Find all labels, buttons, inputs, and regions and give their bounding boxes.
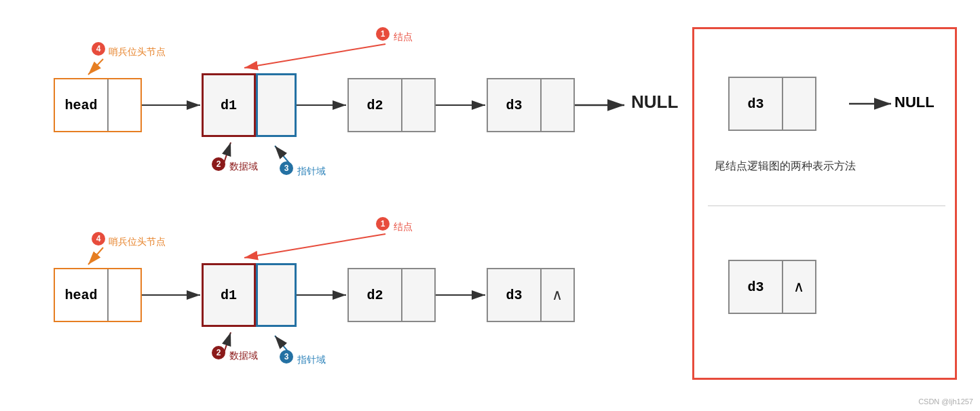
badge-1-row1: 1 — [376, 27, 390, 41]
badge-2-row2: 2 — [212, 346, 225, 359]
tail-box-label: 尾结点逻辑图的两种表示方法 — [715, 158, 856, 174]
diagram-container: head d1 d2 d3 NULL 4 哨兵位头节点 — [0, 0, 980, 411]
svg-line-14 — [88, 248, 103, 265]
badge-3-row1: 3 — [280, 161, 293, 175]
svg-line-9 — [224, 142, 231, 163]
d1-data-cell-row2: d1 — [202, 263, 256, 327]
tail-representation-box: d3 NULL d3 ∧ 尾结点逻辑图的两种表示方法 — [692, 27, 957, 380]
wedge-symbol-row2: ∧ — [552, 286, 563, 304]
d2-data-cell-row2: d2 — [349, 269, 402, 321]
d3-tail-row2: d3 ∧ — [728, 260, 816, 314]
d3-data-cell-row2: d3 — [488, 269, 542, 321]
svg-line-7 — [88, 59, 103, 75]
data-domain-label-row2: 数据域 — [229, 350, 258, 362]
d2-node-row1: d2 — [347, 78, 436, 132]
tail-box-arrows-row1 — [694, 29, 959, 206]
head-ptr-cell-row1 — [109, 79, 140, 131]
svg-line-8 — [244, 44, 385, 68]
head-data-cell-row1: head — [55, 79, 109, 131]
d3-ptr-cell-row1 — [542, 79, 573, 131]
sentinel-label-row1: 哨兵位头节点 — [109, 46, 166, 58]
d2-ptr-cell-row1 — [402, 79, 434, 131]
ptr-domain-label-row2: 指针域 — [297, 354, 326, 366]
svg-line-15 — [244, 234, 385, 258]
d3-node-row1: d3 — [487, 78, 575, 132]
badge-2-row1: 2 — [212, 157, 225, 171]
badge-4-row2: 4 — [92, 232, 105, 246]
ptr-domain-label-row1: 指针域 — [297, 165, 326, 178]
sentinel-label-row2: 哨兵位头节点 — [109, 236, 166, 248]
node1-label-row2: 结点 — [394, 221, 413, 233]
badge-3-row2: 3 — [280, 350, 293, 364]
d3-node-row2: d3 ∧ — [487, 268, 575, 322]
d1-ptr-cell-row2 — [256, 263, 297, 327]
d3-tail-ptr-row2: ∧ — [783, 261, 815, 313]
badge-4-row1: 4 — [92, 42, 105, 56]
d3-ptr-cell-row2: ∧ — [542, 269, 573, 321]
d1-data-cell-row1: d1 — [202, 73, 256, 137]
head-node-row1: head — [54, 78, 142, 132]
head-ptr-cell-row2 — [109, 269, 140, 321]
d2-node-row2: d2 — [347, 268, 436, 322]
null-text-tail-row1: NULL — [894, 94, 935, 111]
head-node-row2: head — [54, 268, 142, 322]
data-domain-label-row1: 数据域 — [229, 161, 258, 173]
null-text-row1: NULL — [631, 92, 678, 113]
d3-data-cell-row1: d3 — [488, 79, 542, 131]
head-data-cell-row2: head — [55, 269, 109, 321]
divider — [708, 206, 945, 206]
d3-tail-data-row2: d3 — [730, 261, 783, 313]
watermark: CSDN @ljh1257 — [918, 397, 973, 406]
node1-label-row1: 结点 — [394, 31, 413, 43]
d2-data-cell-row1: d2 — [349, 79, 402, 131]
d2-ptr-cell-row2 — [402, 269, 434, 321]
d1-ptr-cell-row1 — [256, 73, 297, 137]
badge-1-row2: 1 — [376, 217, 390, 231]
